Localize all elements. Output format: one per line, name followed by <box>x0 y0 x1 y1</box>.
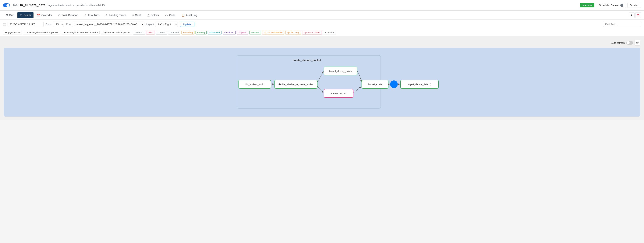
run-select[interactable]: dataset_triggered__2023-03-27T22:23:18.8… <box>72 22 144 27</box>
node-bucket-exists-label: bucket_exists <box>368 83 382 86</box>
tab-grid-label: Grid <box>9 14 14 17</box>
group-label: create_climate_bucket <box>293 59 321 62</box>
tab-gantt-label: Gantt <box>135 14 142 17</box>
nav-tabs: ⊞ Grid ⬡ Graph 📅 Calendar ⏱ Task Duratio… <box>0 10 644 20</box>
layout-select[interactable]: Left > Right Top > Bottom <box>155 22 178 27</box>
legend-removed: removed <box>168 31 180 34</box>
info-icon[interactable]: i <box>620 4 623 7</box>
graph-icon: ⬡ <box>20 14 22 17</box>
legend-failed: failed <box>146 31 155 34</box>
date-input[interactable] <box>8 22 44 27</box>
legend-shutdown: shutdown <box>222 31 236 34</box>
auto-refresh-label: Auto-refresh <box>611 42 625 44</box>
auto-refresh-bar: Auto-refresh <box>4 40 640 46</box>
runs-select[interactable]: 25 <box>53 22 64 27</box>
tab-code[interactable]: <> Code <box>162 12 178 18</box>
trigger-dag-button[interactable] <box>629 12 634 18</box>
graph-area: Auto-refresh create_climate_bucket list_… <box>0 36 644 120</box>
tab-details-label: Details <box>151 14 159 17</box>
dag-container: create_climate_bucket list_buckets_minio… <box>4 48 640 116</box>
node-list-buckets-minio-label: list_buckets_minio <box>246 83 264 86</box>
schedule-label: Schedule: Dataset <box>599 4 619 6</box>
on-start-button[interactable]: On start <box>627 3 641 8</box>
runs-label: Runs <box>46 23 52 26</box>
task-tries-icon: ↗ <box>84 14 86 17</box>
dag-description: Ingests climate data from provided csv f… <box>48 4 106 6</box>
dag-label: DAG: <box>12 4 19 7</box>
tab-audit-log[interactable]: 📋 Audit Log <box>179 12 200 18</box>
tab-details[interactable]: △ Details <box>145 12 162 18</box>
legend-restarting: restarting <box>182 31 194 34</box>
play-icon <box>630 14 633 16</box>
svg-marker-0 <box>631 14 633 16</box>
tab-grid[interactable]: ⊞ Grid <box>3 12 17 18</box>
legend-scheduled: scheduled <box>208 31 222 34</box>
node-create-bucket-label: create_bucket <box>331 92 346 95</box>
svg-rect-1 <box>637 14 639 16</box>
toolbar: Runs 25 Run dataset_triggered__2023-03-2… <box>0 20 644 29</box>
details-icon: △ <box>148 14 150 17</box>
landing-times-icon: ✈ <box>106 14 108 17</box>
status-badge: success <box>580 3 594 8</box>
audit-log-icon: 📋 <box>182 14 185 17</box>
legend-empty-operator: EmptyOperator <box>3 31 22 34</box>
task-duration-icon: ⏱ <box>58 14 61 17</box>
schedule-button[interactable]: Schedule: Dataset i <box>597 3 626 8</box>
legend-success: success <box>249 31 261 34</box>
gantt-icon: ≡ <box>132 14 134 17</box>
dag-graph: create_climate_bucket list_buckets_minio… <box>8 52 636 112</box>
tab-landing-times-label: Landing Times <box>109 14 126 17</box>
calendar-small-icon <box>3 23 6 26</box>
node-decide-whether-label: decide_whether_to_create_bucket <box>278 83 313 86</box>
tab-task-tries[interactable]: ↗ Task Tries <box>82 12 102 18</box>
legend-branch-python: _BranchPythonDecoratedOperator <box>61 31 100 34</box>
node-ingest-climate-data-label: ingest_climate_data [1] <box>408 83 431 86</box>
grid-icon: ⊞ <box>6 14 8 17</box>
tab-code-label: Code <box>169 14 175 17</box>
layout-label: Layout <box>146 23 154 26</box>
code-icon: <> <box>165 14 168 17</box>
tab-landing-times[interactable]: ✈ Landing Times <box>103 12 129 18</box>
legend-no-status: no_status <box>323 31 336 34</box>
update-button[interactable]: Update <box>180 22 194 27</box>
refresh-icon <box>636 42 639 44</box>
layout-group: Layout Left > Right Top > Bottom <box>146 22 178 27</box>
tab-task-duration-label: Task Duration <box>62 14 78 17</box>
tab-calendar[interactable]: 📅 Calendar <box>34 12 55 18</box>
tab-graph[interactable]: ⬡ Graph <box>18 12 34 18</box>
legend-skipped: skipped <box>237 31 248 34</box>
delete-dag-button[interactable] <box>635 12 641 18</box>
running-indicator[interactable] <box>390 80 398 88</box>
dag-toggle[interactable] <box>3 4 10 7</box>
legend-upstream-failed: upstream_failed <box>302 31 322 34</box>
legend-up-for-reschedule: up_for_reschedule <box>262 31 284 34</box>
dag-name: in_climate_data <box>20 3 46 7</box>
runs-group: Runs 25 <box>46 22 64 27</box>
refresh-button[interactable] <box>634 40 640 46</box>
legend-queued: queued <box>156 31 167 34</box>
delete-icon <box>637 14 639 16</box>
legend: EmptyOperator LocalFilesystemToMinIOOper… <box>0 29 644 36</box>
legend-running: running <box>196 31 206 34</box>
run-label: Run <box>66 23 70 26</box>
date-group <box>3 22 44 27</box>
tab-task-duration[interactable]: ⏱ Task Duration <box>56 12 81 18</box>
tab-audit-log-label: Audit Log <box>186 14 197 17</box>
calendar-icon: 📅 <box>37 14 40 17</box>
node-bucket-already-exists-label: bucket_already_exists <box>329 70 352 72</box>
svg-rect-5 <box>3 23 6 26</box>
legend-local-filesystem: LocalFilesystemToMinIOOperator <box>23 31 60 34</box>
tab-graph-label: Graph <box>24 14 31 17</box>
run-group: Run dataset_triggered__2023-03-27T22:23:… <box>66 22 144 27</box>
auto-refresh-toggle[interactable] <box>626 41 633 45</box>
legend-deferred: deferred <box>133 31 145 34</box>
legend-up-for-retry: up_for_retry <box>285 31 301 34</box>
tab-calendar-label: Calendar <box>41 14 52 17</box>
header: DAG: in_climate_data Ingests climate dat… <box>0 0 644 10</box>
tab-task-tries-label: Task Tries <box>88 14 100 17</box>
tab-gantt[interactable]: ≡ Gantt <box>130 12 144 18</box>
find-task-input[interactable] <box>603 22 641 27</box>
legend-python-decorated: _PythonDecoratedOperator <box>101 31 132 34</box>
